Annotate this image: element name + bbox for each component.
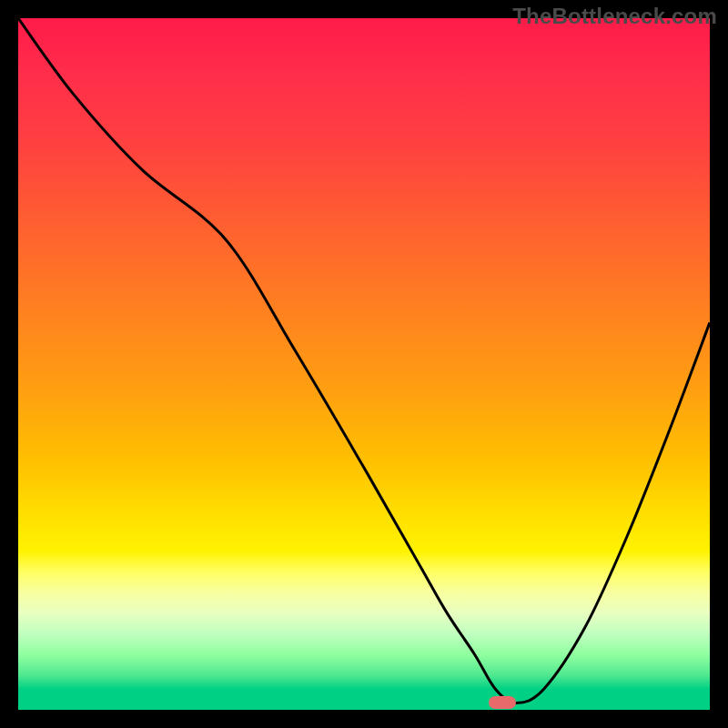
chart-container: TheBottleneck.com [0,0,728,728]
watermark-label: TheBottleneck.com [512,4,717,29]
heat-gradient-background [18,18,710,710]
optimal-point-marker [489,696,516,709]
plot-area [18,18,710,710]
